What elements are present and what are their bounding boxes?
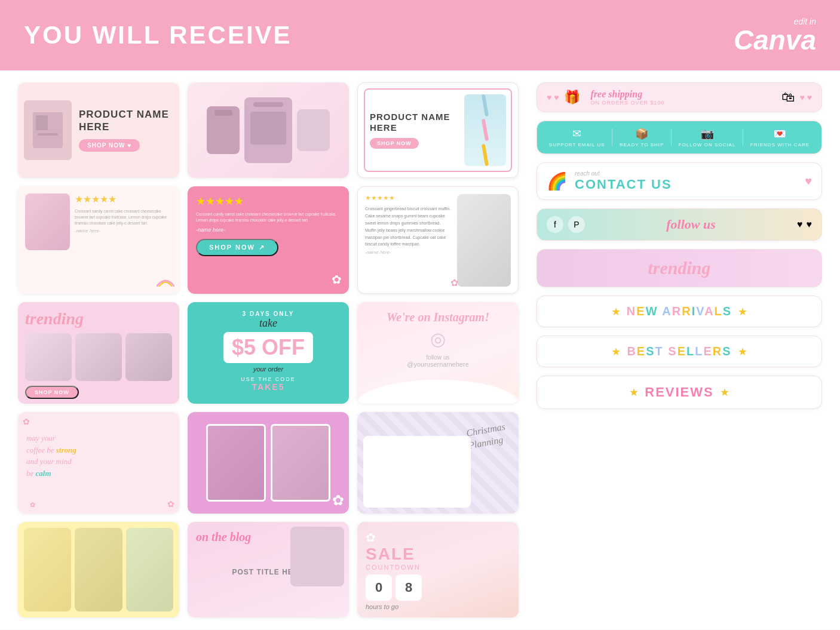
- star-right-arrivals: ★: [738, 305, 747, 318]
- trending-images: [25, 333, 172, 381]
- sidebar-trending: trending: [537, 249, 822, 287]
- card-sale-countdown: ✿ SALE COUNTDOWN 0 8 hours to go: [357, 522, 519, 617]
- sidebar-contact: 🌈 reach out CONTACT US ♥: [537, 162, 822, 200]
- teal-divider-2: [671, 128, 672, 146]
- take-text: take: [196, 317, 341, 330]
- svg-rect-2: [38, 133, 58, 136]
- star-left-arrivals: ★: [611, 305, 621, 318]
- follow-us-text: follow us: [666, 217, 716, 232]
- card6-text: Croissant gingerbread biscuit croissant …: [365, 205, 451, 248]
- card7-shop-btn[interactable]: SHOP NOW: [25, 386, 79, 399]
- flower-white-icon: ✿: [332, 492, 344, 509]
- notebook-image: [363, 436, 471, 508]
- instagram-username: @yourusernamehere: [366, 361, 510, 368]
- card-product-pink: PRODUCT NAME HERE SHOP NOW ♥: [18, 82, 179, 178]
- card-review-pink: ★★★★★ Croissant sandy carrot cake croiss…: [18, 186, 179, 294]
- card2-img1: [207, 106, 240, 154]
- teal-divider-1: [612, 128, 612, 146]
- teal-item-1: ✉ SUPPORT EMAIL US: [549, 127, 605, 147]
- heart-left: ♥ ♥: [547, 93, 559, 102]
- card5-shop-btn[interactable]: SHOP NOW ↗: [196, 239, 278, 256]
- card5-name: -name here-: [196, 227, 341, 233]
- contact-us-text: CONTACT US: [575, 177, 798, 192]
- christmas-text: ChristmasPlanning: [465, 421, 508, 452]
- card2-images: [192, 87, 344, 173]
- heart-icon-2: ♥: [807, 219, 813, 230]
- sidebar-reviews: ★ REVIEWS ★: [537, 376, 822, 409]
- templates-grid: PRODUCT NAME HERE SHOP NOW ♥: [18, 82, 519, 617]
- teal-divider-3: [743, 128, 743, 146]
- countdown-num2: 8: [396, 574, 422, 601]
- heart-icon-1: ♥: [797, 219, 803, 230]
- flower-dec-tl: ✿: [23, 417, 30, 426]
- your-order-text: your order: [196, 365, 341, 373]
- star-right-sellers: ★: [738, 345, 747, 358]
- email-icon: ✉: [549, 127, 605, 140]
- card3-image: [464, 94, 506, 166]
- follow-hearts: ♥ ♥: [797, 219, 812, 230]
- social-icon: 📷: [679, 127, 736, 140]
- sellers-text: BEST SELLERS: [627, 345, 731, 358]
- card-coffee-quote: ✿ ✿ ✿ may your coffee be strong and your…: [18, 412, 179, 514]
- card4-rainbow: [157, 275, 174, 289]
- shipping-icon: 🎁: [564, 90, 580, 105]
- card-yellow-collage: [18, 522, 179, 617]
- header: YOU WILL RECEIVE edit in Canva: [0, 0, 840, 70]
- blog-image: [290, 527, 344, 586]
- arrivals-text: NEW ARRIVALS: [627, 305, 732, 318]
- social-icons-group: f P: [547, 216, 585, 233]
- trending-img-1: [25, 333, 72, 381]
- follow-text: follow us: [366, 354, 510, 361]
- card3-text: PRODUCT NAME HERE SHOP NOW: [370, 112, 464, 149]
- sidebar: ♥ ♥ 🎁 free shipping ON ORDERS OVER $100 …: [531, 82, 822, 617]
- card-blog: on the blog POST TITLE HERE: [188, 522, 349, 617]
- card6-name: -name here-: [365, 250, 451, 255]
- card3-shop-btn[interactable]: SHOP NOW: [370, 138, 419, 149]
- sidebar-shipping: ♥ ♥ 🎁 free shipping ON ORDERS OVER $100 …: [537, 82, 822, 112]
- flower-icon: ✿: [332, 272, 342, 287]
- pin-icon[interactable]: P: [568, 216, 585, 233]
- card-christmas: ChristmasPlanning: [357, 412, 519, 514]
- contact-heart-icon: ♥: [805, 174, 812, 188]
- star-right-reviews: ★: [720, 386, 729, 399]
- card1-product-name: PRODUCT NAME HERE: [79, 109, 173, 133]
- frame-img-1: [206, 424, 266, 502]
- card6-flower: ✿: [450, 277, 458, 288]
- countdown-numbers: 0 8: [366, 574, 510, 601]
- countdown-num1: 0: [366, 574, 392, 601]
- header-title: YOU WILL RECEIVE: [24, 21, 292, 50]
- card2-img2: [244, 97, 292, 163]
- shipping-icon-right: 🛍: [781, 90, 795, 105]
- frame-img-2: [271, 424, 330, 502]
- yellow-img-2: [75, 528, 122, 611]
- card5-stars: ★★★★★: [196, 195, 341, 208]
- teal-label-4: FRIENDS WITH CARE: [750, 142, 810, 147]
- sidebar-new-arrivals: ★ NEW ARRIVALS ★: [537, 296, 822, 327]
- canva-logo: edit in Canva: [734, 17, 816, 54]
- card1-text-area: PRODUCT NAME HERE SHOP NOW ♥: [72, 109, 173, 152]
- card4-image: [25, 193, 70, 250]
- card6-stars: ★★★★★: [365, 194, 451, 202]
- star-left-sellers: ★: [611, 345, 621, 358]
- cloud-decoration: [357, 380, 519, 404]
- code-text: TAKE5: [196, 382, 341, 392]
- quote-line1: may your coffee be strong and your mind …: [26, 432, 171, 479]
- star-left-reviews: ★: [629, 386, 639, 399]
- card1-image: [24, 100, 72, 160]
- card1-shop-button[interactable]: SHOP NOW ♥: [79, 139, 140, 152]
- card-trending: trending SHOP NOW: [18, 302, 179, 404]
- card-pink-bags: [188, 82, 349, 178]
- teal-label-3: FOLLOW ON SOCIAL: [679, 142, 736, 147]
- card6-image: [457, 194, 511, 287]
- cursor-icon: ↗: [259, 244, 265, 251]
- fb-icon[interactable]: f: [547, 216, 563, 233]
- card3-frame: PRODUCT NAME HERE SHOP NOW: [364, 88, 512, 172]
- insta-title: We're on Instagram!: [366, 311, 510, 324]
- shipping-text: free shipping ON ORDERS OVER $100: [585, 89, 777, 106]
- sale-text: SALE: [366, 545, 510, 564]
- use-code-text: USE THE CODE: [196, 376, 341, 382]
- card15-flower: ✿: [366, 530, 510, 545]
- card3-product-name: PRODUCT NAME HERE: [370, 112, 459, 133]
- card-shopnow-pink: ★★★★★ Croissant candy carrot cake croiss…: [188, 186, 349, 294]
- ship-subtitle: ON ORDERS OVER $100: [591, 100, 771, 106]
